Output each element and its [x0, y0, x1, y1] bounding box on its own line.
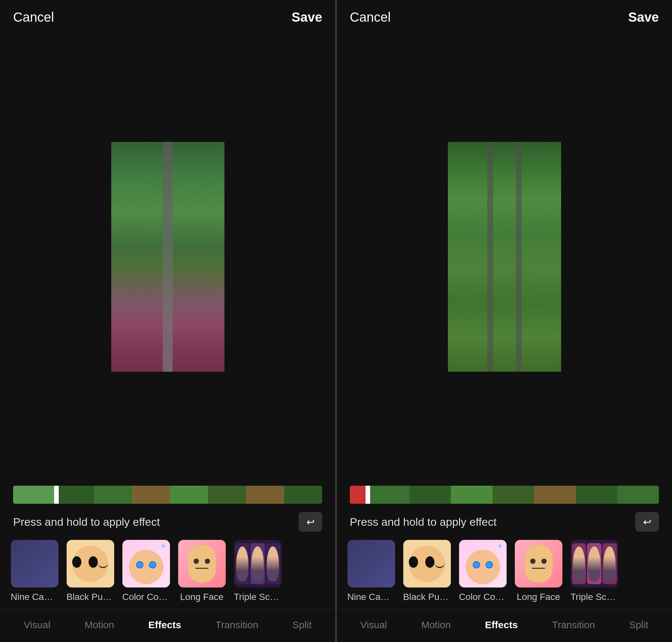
effect-triple-right[interactable]: Triple Screen	[570, 540, 619, 603]
effect-label-nine-camera-right: Nine Camera S...	[347, 591, 395, 603]
effect-black-pupils-left[interactable]: Black Pupils	[66, 540, 115, 603]
effect-long-face-left[interactable]: Long Face	[177, 540, 226, 603]
timeline-thumbs-left	[56, 486, 322, 504]
nav-motion-right[interactable]: Motion	[418, 618, 454, 632]
thumb-r2	[409, 486, 451, 504]
thumb-r1	[368, 486, 409, 504]
undo-icon-left: ↩	[306, 516, 315, 528]
effects-row-right: Nine Camera S... Black Pupils	[337, 537, 672, 609]
effect-label-black-pupils-right: Black Pupils	[403, 591, 451, 603]
timeline-track-right[interactable]	[350, 486, 659, 504]
timeline-scrubber-right[interactable]	[366, 486, 370, 504]
undo-icon-right: ↩	[643, 516, 651, 528]
nav-split-right[interactable]: Split	[626, 618, 651, 632]
effect-nine-camera-right[interactable]: Nine Camera S...	[346, 540, 396, 603]
timeline-solid-right	[350, 486, 368, 504]
video-preview-right	[337, 31, 672, 483]
effect-thumb-black-pupils-right	[403, 540, 451, 588]
effect-label-long-face-left: Long Face	[180, 591, 223, 603]
thumb-2	[94, 486, 132, 504]
press-hold-bar-left: Press and hold to apply effect ↩	[0, 509, 335, 537]
timeline-right[interactable]	[337, 483, 672, 509]
effect-thumb-triple-right	[571, 540, 618, 588]
timeline-left[interactable]	[0, 483, 335, 509]
thumb-r4	[492, 486, 534, 504]
undo-button-left[interactable]: ↩	[299, 512, 322, 532]
tree-texture-left	[111, 142, 224, 372]
effects-row-left: Nine Camera S... Black Pupils	[0, 537, 335, 609]
effect-nine-camera-left[interactable]: Nine Camera S...	[10, 540, 59, 603]
effect-label-black-pupils-left: Black Pupils	[67, 591, 114, 603]
thumb-1	[56, 486, 94, 504]
panel-right: Cancel Save Pr	[337, 0, 672, 642]
video-right	[448, 142, 561, 372]
effect-black-pupils-right[interactable]: Black Pupils	[402, 540, 451, 603]
thumb-3	[132, 486, 170, 504]
nav-split-left[interactable]: Split	[289, 618, 315, 632]
thumb-r5	[534, 486, 576, 504]
bottom-nav-right: Visual Motion Effects Transition Split	[337, 609, 672, 642]
header-right: Cancel Save	[337, 0, 672, 31]
nav-motion-left[interactable]: Motion	[81, 618, 117, 632]
effect-label-triple-right: Triple Screen	[571, 591, 618, 603]
panel-left: Cancel Save	[0, 0, 335, 642]
save-button-left[interactable]: Save	[292, 10, 322, 25]
effect-thumb-ccl-right: ✦	[459, 540, 506, 588]
effect-label-ccl-right: Color Contact Le...	[459, 591, 506, 603]
thumb-r7	[617, 486, 659, 504]
timeline-scrubber-left[interactable]	[54, 486, 59, 504]
save-button-right[interactable]: Save	[628, 10, 659, 25]
thumb-r3	[451, 486, 492, 504]
video-preview-left	[0, 31, 335, 483]
press-hold-text-right: Press and hold to apply effect	[350, 516, 497, 528]
effect-long-face-right[interactable]: Long Face	[514, 540, 563, 603]
effect-triple-left[interactable]: Triple Screen	[233, 540, 282, 603]
effect-thumb-triple-left	[234, 540, 281, 588]
nav-visual-left[interactable]: Visual	[20, 618, 53, 632]
video-left	[111, 142, 224, 372]
press-hold-bar-right: Press and hold to apply effect ↩	[337, 509, 672, 537]
nav-effects-right[interactable]: Effects	[482, 618, 521, 632]
effect-label-nine-camera-left: Nine Camera S...	[11, 591, 58, 603]
press-hold-text-left: Press and hold to apply effect	[13, 516, 160, 528]
thumb-5	[208, 486, 246, 504]
cancel-button-right[interactable]: Cancel	[350, 10, 391, 25]
timeline-thumbs-right	[368, 486, 659, 504]
thumb-6	[246, 486, 284, 504]
cancel-button-left[interactable]: Cancel	[13, 10, 54, 25]
nav-effects-left[interactable]: Effects	[145, 618, 184, 632]
effect-label-triple-left: Triple Screen	[234, 591, 281, 603]
effect-thumb-black-pupils-left	[67, 540, 114, 588]
effect-ccl-right[interactable]: ✦ Color Contact Le...	[458, 540, 507, 603]
effect-label-long-face-right: Long Face	[517, 591, 560, 603]
thumb-7	[284, 486, 322, 504]
effect-thumb-ccl-left: ✦	[122, 540, 170, 588]
effect-thumb-nine-camera-right	[347, 540, 395, 588]
effect-ccl-left[interactable]: ✦ Color Contact Le...	[121, 540, 171, 603]
timeline-track-left[interactable]	[13, 486, 322, 504]
thumb-r6	[576, 486, 618, 504]
effect-thumb-long-face-right	[515, 540, 563, 588]
bottom-nav-left: Visual Motion Effects Transition Split	[0, 609, 335, 642]
undo-button-right[interactable]: ↩	[635, 512, 659, 532]
tree-texture-right	[448, 142, 561, 372]
effect-thumb-nine-camera-left	[11, 540, 58, 588]
nav-transition-right[interactable]: Transition	[549, 618, 598, 632]
svg-rect-1	[448, 142, 561, 372]
effect-label-ccl-left: Color Contact Le...	[122, 591, 170, 603]
thumb-4	[170, 486, 208, 504]
nav-transition-left[interactable]: Transition	[212, 618, 262, 632]
effect-thumb-long-face-left	[178, 540, 226, 588]
header-left: Cancel Save	[0, 0, 335, 31]
nav-visual-right[interactable]: Visual	[357, 618, 390, 632]
timeline-solid-left	[13, 486, 56, 504]
svg-rect-0	[111, 142, 224, 372]
